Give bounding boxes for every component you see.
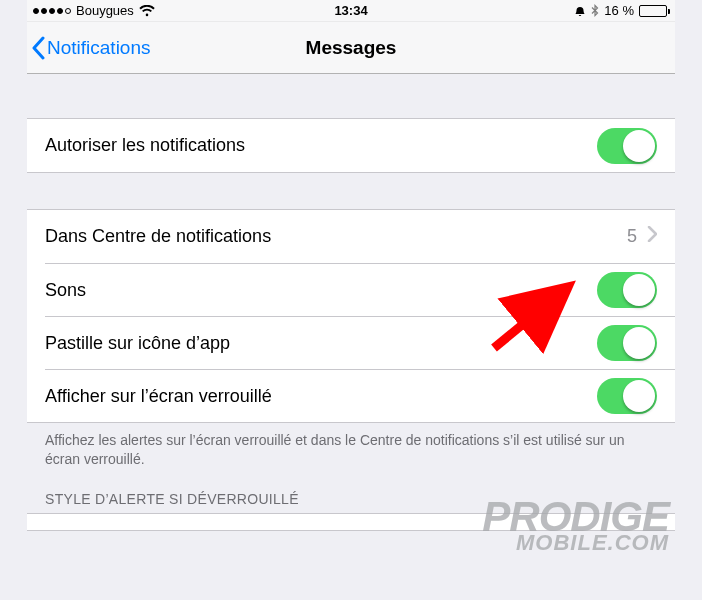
signal-strength-icon — [33, 8, 71, 14]
group-options: Dans Centre de notifications 5 Sons Past… — [27, 209, 675, 423]
status-bar: Bouygues 13:34 16 % — [27, 0, 675, 22]
row-badge: Pastille sur icône d’app — [45, 316, 675, 369]
toggle-lock-screen[interactable] — [597, 378, 657, 414]
row-label: Pastille sur icône d’app — [45, 333, 230, 354]
battery-percent: 16 % — [604, 3, 634, 18]
battery-icon — [639, 5, 667, 17]
group-alert-style — [27, 513, 675, 531]
status-time: 13:34 — [334, 3, 367, 18]
row-notification-center[interactable]: Dans Centre de notifications 5 — [27, 210, 675, 263]
group-allow: Autoriser les notifications — [27, 118, 675, 173]
row-allow-notifications: Autoriser les notifications — [27, 119, 675, 172]
toggle-sounds[interactable] — [597, 272, 657, 308]
chevron-right-icon — [647, 226, 657, 247]
row-label: Afficher sur l’écran verrouillé — [45, 386, 272, 407]
toggle-allow-notifications[interactable] — [597, 128, 657, 164]
chevron-left-icon — [31, 36, 45, 60]
carrier-label: Bouygues — [76, 3, 134, 18]
section-header-alert-style: STYLE D’ALERTE SI DÉVERROUILLÉ — [27, 469, 675, 513]
page-title: Messages — [306, 37, 397, 59]
footer-note: Affichez les alertes sur l’écran verroui… — [27, 423, 675, 469]
back-label: Notifications — [47, 37, 151, 59]
row-sounds: Sons — [45, 263, 675, 316]
toggle-badge[interactable] — [597, 325, 657, 361]
nav-bar: Notifications Messages — [27, 22, 675, 74]
row-label: Sons — [45, 280, 86, 301]
notification-center-value: 5 — [627, 226, 637, 247]
alarm-icon — [574, 5, 586, 17]
watermark-line2: MOBILE.COM — [482, 534, 669, 552]
back-button[interactable]: Notifications — [31, 22, 151, 73]
row-label: Autoriser les notifications — [45, 135, 245, 156]
row-lock-screen: Afficher sur l’écran verrouillé — [45, 369, 675, 422]
bluetooth-icon — [591, 4, 599, 17]
wifi-icon — [139, 5, 155, 17]
row-label: Dans Centre de notifications — [45, 226, 271, 247]
